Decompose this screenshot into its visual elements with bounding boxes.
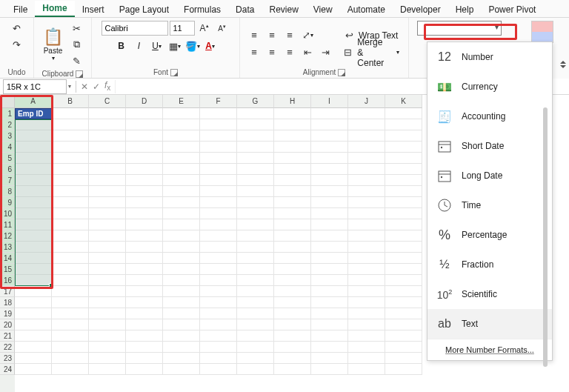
cell-G20[interactable] [237,319,274,330]
orientation-button[interactable]: ⤢▾ [299,28,316,43]
cell-C3[interactable] [89,130,126,142]
cell-K16[interactable] [385,275,422,286]
cell-E19[interactable] [163,308,200,319]
cell-E7[interactable] [163,175,200,186]
cell-E12[interactable] [163,230,200,242]
cell-I8[interactable] [311,186,348,197]
name-box[interactable] [3,79,67,94]
cell-F10[interactable] [200,208,237,219]
cell-J20[interactable] [348,319,385,330]
cell-B6[interactable] [52,164,89,175]
cell-K13[interactable] [385,242,422,253]
more-number-formats-button[interactable]: More Number Formats... [427,339,552,360]
cell-I4[interactable] [311,142,348,153]
cell-G19[interactable] [237,308,274,319]
cell-C11[interactable] [89,219,126,230]
font-color-button[interactable]: A▾ [202,39,219,53]
cell-E2[interactable] [163,119,200,130]
cell-H3[interactable] [274,130,311,142]
decrease-font-button[interactable]: A▾ [214,21,230,36]
cell-B23[interactable] [52,353,89,364]
cell-C15[interactable] [89,264,126,275]
cell-J24[interactable] [348,364,385,375]
cell-B21[interactable] [52,330,89,342]
cell-F6[interactable] [200,164,237,175]
number-format-scientific[interactable]: 102Scientific [427,279,552,309]
cell-K4[interactable] [385,142,422,153]
number-format-percentage[interactable]: %Percentage [427,220,552,250]
align-right-button[interactable]: ≡ [282,45,298,60]
row-header-4[interactable]: 4 [0,142,15,153]
cell-I12[interactable] [311,230,348,242]
cell-H4[interactable] [274,142,311,153]
cell-A13[interactable] [15,242,52,253]
cell-K20[interactable] [385,319,422,330]
italic-button[interactable]: I [131,39,147,53]
cell-H23[interactable] [274,353,311,364]
cell-I7[interactable] [311,175,348,186]
merge-center-button[interactable]: ⊟ Merge & Center ▾ [341,45,402,60]
cell-C13[interactable] [89,242,126,253]
cell-I11[interactable] [311,219,348,230]
row-header-5[interactable]: 5 [0,153,15,164]
cell-J22[interactable] [348,342,385,353]
cell-A12[interactable] [15,230,52,242]
cell-E22[interactable] [163,342,200,353]
cell-F9[interactable] [200,197,237,208]
cell-C9[interactable] [89,197,126,208]
row-header-13[interactable]: 13 [0,242,15,253]
cell-H24[interactable] [274,364,311,375]
cell-A6[interactable] [15,164,52,175]
cell-D4[interactable] [126,142,163,153]
cell-J18[interactable] [348,297,385,308]
cell-K12[interactable] [385,230,422,242]
row-header-14[interactable]: 14 [0,253,15,264]
cell-H16[interactable] [274,275,311,286]
cell-B15[interactable] [52,264,89,275]
cell-A4[interactable] [15,142,52,153]
cell-C1[interactable] [89,108,126,119]
tab-power-pivot[interactable]: Power Pivot [481,2,543,17]
fx-icon[interactable]: fx [104,80,110,92]
cell-D18[interactable] [126,297,163,308]
cell-K7[interactable] [385,175,422,186]
cell-D24[interactable] [126,364,163,375]
cell-F16[interactable] [200,275,237,286]
cell-K1[interactable] [385,108,422,119]
cell-G18[interactable] [237,297,274,308]
bold-button[interactable]: B [113,39,130,53]
tab-view[interactable]: View [306,2,340,17]
cell-B9[interactable] [52,197,89,208]
number-format-short-date[interactable]: Short Date [427,131,552,161]
cell-E21[interactable] [163,330,200,342]
cell-F2[interactable] [200,119,237,130]
cell-K18[interactable] [385,297,422,308]
cell-B18[interactable] [52,297,89,308]
row-header-3[interactable]: 3 [0,130,15,142]
cell-J21[interactable] [348,330,385,342]
cell-E24[interactable] [163,364,200,375]
clipboard-launcher[interactable] [76,70,83,78]
cell-H11[interactable] [274,219,311,230]
cell-J7[interactable] [348,175,385,186]
cell-A15[interactable] [15,264,52,275]
col-header-J[interactable]: J [348,95,385,108]
borders-button[interactable]: ▦▾ [167,39,183,53]
cell-B17[interactable] [52,286,89,297]
cell-H15[interactable] [274,264,311,275]
cell-D13[interactable] [126,242,163,253]
cell-B20[interactable] [52,319,89,330]
format-painter-button[interactable]: ✎ [69,53,85,68]
cell-I18[interactable] [311,297,348,308]
cell-D8[interactable] [126,186,163,197]
cell-K9[interactable] [385,197,422,208]
cell-C12[interactable] [89,230,126,242]
cell-G13[interactable] [237,242,274,253]
font-size-select[interactable] [170,21,195,36]
cell-G21[interactable] [237,330,274,342]
cell-E8[interactable] [163,186,200,197]
cell-A17[interactable] [15,286,52,297]
cell-J16[interactable] [348,275,385,286]
cell-D14[interactable] [126,253,163,264]
row-header-17[interactable]: 17 [0,286,15,297]
